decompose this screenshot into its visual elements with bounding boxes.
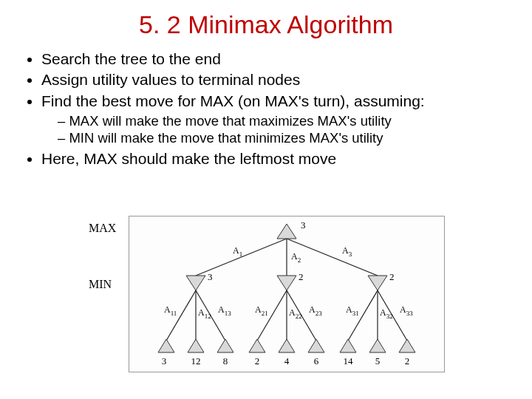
- page-title: 5. 2 Minimax Algorithm: [25, 10, 507, 39]
- svg-text:A21: A21: [255, 304, 268, 317]
- leaf-node-icon: [279, 339, 295, 352]
- action-label: A: [233, 245, 239, 256]
- action-label: A: [342, 245, 349, 256]
- leaf-value: 3: [162, 355, 167, 366]
- minimax-tree: 3 A1 A2 A3 3 2 2 A11: [129, 216, 444, 372]
- leaf-value: 8: [223, 355, 228, 366]
- leaf-node-icon: [217, 339, 233, 352]
- leaf-value: 5: [375, 355, 381, 366]
- svg-text:A1: A1: [233, 245, 242, 258]
- svg-text:A31: A31: [346, 304, 359, 317]
- svg-text:A23: A23: [309, 304, 322, 317]
- bullet-list: Search the tree to the end Assign utilit…: [25, 50, 507, 168]
- leaf-node-icon: [308, 339, 324, 352]
- leaf-node-icon: [399, 339, 415, 352]
- leaf-node-icon: [188, 339, 204, 352]
- leaf-node-icon: [340, 339, 356, 352]
- leaf-value: 14: [344, 355, 354, 366]
- leaf-value: 12: [191, 355, 201, 366]
- label-min: MIN: [89, 278, 112, 291]
- leaf-value: 2: [255, 355, 260, 366]
- figure-box: 3 A1 A2 A3 3 2 2 A11: [129, 216, 445, 372]
- svg-text:A2: A2: [291, 251, 301, 264]
- bullet-item: Here, MAX should make the leftmost move: [41, 149, 507, 168]
- min-node-icon: [277, 276, 296, 290]
- min-value: 2: [389, 271, 395, 282]
- svg-text:A13: A13: [218, 304, 231, 317]
- sub-bullet-list: MAX will make the move that maximizes MA…: [41, 112, 507, 146]
- leaf-value: 2: [405, 355, 410, 366]
- svg-text:A3: A3: [342, 245, 352, 258]
- min-node-icon: [368, 276, 387, 290]
- sub-bullet-item: MIN will make the move that minimizes MA…: [58, 129, 507, 146]
- leaf-value: 6: [314, 355, 319, 366]
- min-value: 2: [299, 271, 304, 282]
- min-node-icon: [186, 276, 205, 290]
- svg-text:A11: A11: [164, 304, 177, 317]
- minimax-figure: MAX MIN: [89, 216, 443, 371]
- leaf-value: 4: [284, 355, 290, 366]
- label-max: MAX: [89, 222, 116, 235]
- svg-text:A22: A22: [289, 307, 302, 320]
- bullet-text: Find the best move for MAX (on MAX's tur…: [41, 92, 425, 109]
- bullet-item: Find the best move for MAX (on MAX's tur…: [41, 92, 507, 147]
- slide: 5. 2 Minimax Algorithm Search the tree t…: [0, 0, 532, 399]
- leaf-node-icon: [369, 339, 386, 352]
- svg-text:A32: A32: [380, 307, 393, 320]
- action-label: A: [291, 251, 298, 262]
- bullet-item: Search the tree to the end: [41, 50, 507, 69]
- root-node-icon: [277, 224, 296, 239]
- svg-text:A12: A12: [198, 307, 211, 320]
- bullet-item: Assign utility values to terminal nodes: [41, 70, 507, 89]
- sub-bullet-item: MAX will make the move that maximizes MA…: [58, 112, 507, 129]
- svg-text:A33: A33: [400, 304, 413, 317]
- min-value: 3: [208, 271, 213, 282]
- root-value: 3: [301, 219, 306, 231]
- leaf-node-icon: [158, 339, 174, 352]
- leaf-node-icon: [249, 339, 265, 352]
